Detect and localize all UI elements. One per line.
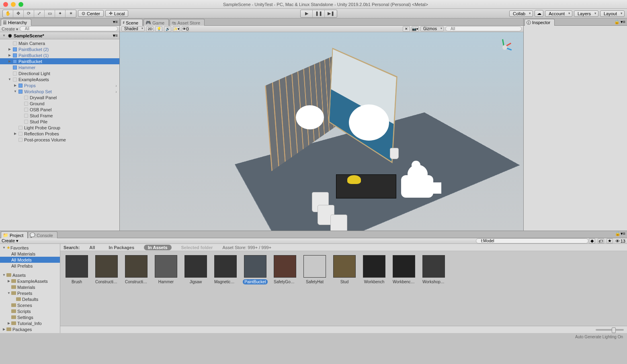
tab-game[interactable]: 🎮 Game	[143, 19, 169, 26]
project-folder-row[interactable]: All Models	[0, 257, 60, 263]
rotate-tool[interactable]: ⟳	[24, 10, 34, 17]
shading-mode[interactable]: Shaded	[121, 26, 145, 31]
hierarchy-item[interactable]: Main Camera	[0, 40, 119, 46]
pause-button[interactable]: ❚❚	[313, 10, 325, 17]
zoom-window-icon[interactable]	[18, 2, 23, 7]
scale-tool[interactable]: ⤢	[34, 10, 45, 17]
hierarchy-item[interactable]: ▶PaintBucket (1)	[0, 52, 119, 58]
filter-label-icon[interactable]: 🏷	[598, 238, 604, 243]
asset-item[interactable]: Jigsaw	[183, 255, 208, 284]
filter-all[interactable]: All	[85, 245, 99, 250]
project-folder-row[interactable]: Materials	[0, 284, 60, 290]
scene-viewport[interactable]	[120, 32, 523, 231]
project-folder-row[interactable]: Scripts	[0, 308, 60, 314]
tab-asset-store[interactable]: 🛍 Asset Store	[170, 19, 205, 26]
tools-icon[interactable]: ✕	[403, 26, 410, 32]
hierarchy-item[interactable]: ▼Workshop Set›	[0, 88, 119, 94]
filter-in-assets[interactable]: In Assets	[144, 245, 172, 250]
minimize-window-icon[interactable]	[11, 2, 16, 7]
asset-item[interactable]: ConstructionL...	[94, 255, 119, 284]
project-folder-row[interactable]: Defaults	[0, 296, 60, 302]
transform-tool[interactable]: ✦	[55, 10, 66, 17]
save-search-icon[interactable]: ★	[607, 238, 613, 243]
hierarchy-item[interactable]: Light Probe Group	[0, 125, 119, 131]
create-dropdown[interactable]: Create ▾	[2, 27, 18, 31]
asset-item[interactable]: Workshop_Set	[421, 255, 446, 284]
hierarchy-item[interactable]: ▼ExampleAssets	[0, 76, 119, 82]
orientation-gizmo[interactable]	[493, 35, 517, 59]
project-folder-row[interactable]: ▼Presets	[0, 290, 60, 296]
tab-scene[interactable]: ♯ Scene	[121, 19, 143, 26]
hierarchy-item[interactable]: ▶Props›	[0, 82, 119, 88]
filter-in-packages[interactable]: In Packages	[104, 245, 138, 250]
pivot-center-toggle[interactable]: ⊙ Center	[78, 10, 104, 17]
asset-item[interactable]: MagneticLevel	[213, 255, 238, 284]
panel-menu-icon[interactable]: ▾≡	[621, 231, 625, 236]
project-folder-row[interactable]: All Materials	[0, 251, 60, 257]
layers-dropdown[interactable]: Layers	[574, 10, 598, 17]
asset-item[interactable]: SafetyGoggles	[273, 255, 297, 284]
layout-dropdown[interactable]: Layout	[600, 10, 625, 17]
project-create-dropdown[interactable]: Create ▾	[2, 238, 18, 243]
hierarchy-item[interactable]: Directional Light	[0, 70, 119, 76]
tab-hierarchy[interactable]: ☰ Hierarchy	[1, 19, 31, 26]
asset-item[interactable]: Hammer	[154, 255, 178, 284]
tab-console[interactable]: 💬 Console	[28, 231, 57, 238]
asset-item[interactable]: SafetyHat	[302, 255, 327, 284]
scene-menu-icon[interactable]: ▾≡	[113, 33, 118, 38]
project-folder-row[interactable]: ▶Packages	[0, 326, 60, 332]
lighting-status[interactable]: Auto Generate Lighting On	[575, 335, 623, 339]
tab-inspector[interactable]: ⓘ Inspector	[525, 19, 555, 26]
hierarchy-item[interactable]: Stud Frame	[0, 112, 119, 119]
twod-toggle[interactable]: 2D	[146, 26, 154, 32]
project-folder-row[interactable]: Settings	[0, 314, 60, 320]
space-local-toggle[interactable]: ✛ Local	[105, 10, 128, 17]
project-search[interactable]	[476, 238, 588, 243]
hierarchy-item[interactable]: ▶PaintBucket (2)	[0, 46, 119, 52]
lock-icon[interactable]: 🔒	[614, 19, 620, 25]
project-folder-row[interactable]: ▼Assets	[0, 272, 60, 278]
move-tool[interactable]: ✥	[13, 10, 24, 17]
project-folder-row[interactable]: Scenes	[0, 302, 60, 308]
scene-search[interactable]	[445, 26, 522, 31]
lock-icon[interactable]: 🔒	[615, 231, 621, 236]
lighting-toggle[interactable]: 💡	[155, 26, 162, 32]
camera-icon[interactable]: 📷▾	[412, 26, 419, 32]
filter-type-icon[interactable]: ◆	[589, 238, 595, 243]
asset-item[interactable]: ConstructionL...	[124, 255, 149, 284]
hierarchy-item[interactable]: Drywall Panel	[0, 94, 119, 100]
fx-toggle[interactable]: ✨▾	[173, 26, 180, 32]
project-folder-row[interactable]: ▼★Favorites	[0, 245, 60, 251]
hierarchy-search[interactable]	[20, 26, 118, 31]
project-folder-row[interactable]: ▶Tutorial_Info	[0, 320, 60, 326]
project-folder-row[interactable]: All Prefabs	[0, 263, 60, 269]
hierarchy-item[interactable]: ▶Reflection Probes	[0, 131, 119, 137]
hierarchy-item[interactable]: OSB Panel	[0, 106, 119, 112]
step-button[interactable]: ▶❚	[325, 10, 337, 17]
panel-menu-icon[interactable]: ▾≡	[621, 19, 625, 25]
asset-item[interactable]: Workbench_L...	[391, 255, 416, 284]
asset-item[interactable]: Stud	[332, 255, 357, 284]
account-dropdown[interactable]: Account	[545, 10, 572, 17]
hierarchy-item[interactable]: Hammer	[0, 64, 119, 70]
hand-tool[interactable]: ✋	[3, 10, 13, 17]
tab-project[interactable]: 📁 Project	[1, 231, 28, 238]
play-button[interactable]: ▶	[301, 10, 313, 17]
thumbnail-size-slider[interactable]	[596, 329, 624, 331]
hierarchy-item[interactable]: ▶PaintBucket	[0, 58, 119, 64]
hierarchy-item[interactable]: Ground	[0, 100, 119, 106]
hidden-toggle[interactable]: 👁 0	[182, 26, 189, 32]
collab-dropdown[interactable]: Collab	[509, 10, 533, 17]
hierarchy-item[interactable]: Stud Pile	[0, 119, 119, 125]
hierarchy-item[interactable]: Post-process Volume	[0, 137, 119, 143]
project-folder-row[interactable]: ▶ExampleAssets	[0, 278, 60, 284]
audio-toggle[interactable]: 🔊	[164, 26, 171, 32]
asset-store-count[interactable]: Asset Store: 999+ / 999+	[222, 245, 271, 250]
asset-item[interactable]: PaintBucket	[243, 255, 268, 284]
asset-item[interactable]: Brush	[64, 255, 89, 284]
gizmos-dropdown[interactable]: Gizmos	[420, 26, 444, 31]
rect-tool[interactable]: ▭	[45, 10, 55, 17]
panel-menu-icon[interactable]: ▾≡	[113, 19, 118, 25]
asset-item[interactable]: Workbench	[362, 255, 387, 284]
scene-row[interactable]: ▼ ◉ SampleScene* ▾≡	[0, 32, 119, 39]
